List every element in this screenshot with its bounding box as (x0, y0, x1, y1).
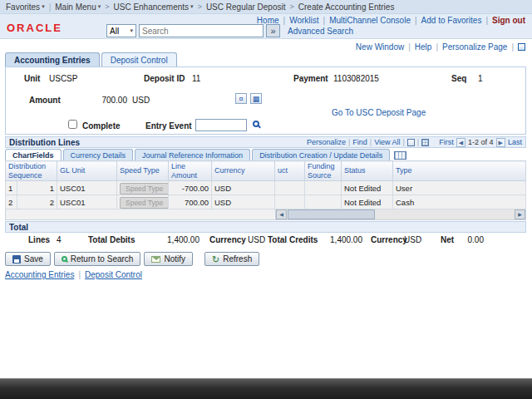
return-to-search-button[interactable]: Return to Search (54, 252, 141, 266)
column-type[interactable]: Type (393, 161, 526, 181)
distribution-lines-table: Distribution Sequence GL Unit Speed Type… (5, 160, 526, 209)
first-link[interactable]: First (439, 138, 454, 146)
currency-cell: USD (212, 181, 275, 195)
column-status[interactable]: Status (342, 161, 393, 181)
download-grid-icon[interactable] (421, 139, 429, 146)
grid-scroll-row: ◀ ▶ (5, 209, 526, 220)
prev-page-icon[interactable]: ◀ (456, 138, 466, 147)
distribution-sequence-cell: 1 (17, 181, 57, 195)
link-separator: | (417, 138, 419, 146)
unit-label: Unit (24, 74, 40, 83)
breadcrumb-usc-enhancements-label: USC Enhancements (114, 2, 190, 12)
scroll-left-icon[interactable]: ◀ (276, 209, 287, 219)
column-distribution-sequence[interactable]: Distribution Sequence (6, 161, 57, 181)
link-separator: | (511, 42, 514, 52)
personalize-link[interactable]: Personalize (307, 138, 346, 146)
breadcrumb-separator: | (49, 2, 52, 12)
zoom-grid-icon[interactable] (407, 139, 415, 146)
refresh-button[interactable]: ↻ Refresh (204, 252, 259, 266)
search-scope-select[interactable]: All ▾ (106, 24, 136, 37)
tab-deposit-control[interactable]: Deposit Control (101, 52, 177, 66)
sign-out-link[interactable]: Sign out (492, 16, 525, 25)
breadcrumb-usc-regular-deposit-label: USC Regular Deposit (206, 2, 286, 12)
tab-distribution-creation-update-details[interactable]: Distribution Creation / Update Details (252, 149, 390, 160)
tab-currency-details[interactable]: Currency Details (63, 149, 134, 160)
search-go-button[interactable]: » (266, 24, 280, 37)
column-speed-type[interactable]: Speed Type (117, 161, 169, 181)
search-input[interactable] (139, 24, 264, 37)
net-value: 0.00 (459, 235, 484, 244)
breadcrumb-create-accounting-entries[interactable]: Create Accounting Entries (298, 2, 395, 12)
column-funding-source[interactable]: Funding Source (305, 161, 342, 181)
total-credits-value: 1,400.00 (314, 235, 362, 244)
total-debits-label: Total Debits (88, 235, 135, 244)
view-all-link[interactable]: View All (374, 138, 400, 146)
table-header-row: Distribution Sequence GL Unit Speed Type… (6, 161, 526, 181)
taskbar[interactable] (0, 378, 532, 399)
find-link[interactable]: Find (352, 138, 367, 146)
chevron-down-icon: ▾ (190, 3, 194, 10)
amount-currency: USD (132, 96, 150, 105)
breadcrumb-main-menu-label: Main Menu (55, 2, 96, 12)
tab-accounting-entries[interactable]: Accounting Entries (5, 52, 100, 66)
scroll-right-icon[interactable]: ▶ (515, 209, 525, 219)
personalize-page-link[interactable]: Personalize Page (442, 42, 507, 52)
show-all-columns-icon[interactable] (394, 151, 406, 160)
page-utility-bar: New Window | Help | Personalize Page | (356, 42, 525, 52)
speed-type-cell: Speed Type (117, 181, 169, 195)
total-bar: Total (5, 221, 526, 233)
breadcrumb-chevron-icon: > (290, 2, 294, 11)
column-product-partial[interactable]: uct (275, 161, 305, 181)
page-url-icon[interactable] (518, 43, 525, 51)
breadcrumb-usc-enhancements[interactable]: USC Enhancements ▾ (114, 2, 194, 12)
chevron-down-icon: ▾ (98, 3, 101, 10)
funding-source-cell (305, 181, 342, 195)
oracle-logo: ORACLE (7, 22, 62, 34)
column-gl-unit[interactable]: GL Unit (57, 161, 117, 181)
breadcrumb-main-menu[interactable]: Main Menu ▾ (55, 2, 101, 12)
scrollbar-thumb[interactable] (288, 209, 375, 219)
link-separator: | (78, 270, 81, 279)
breadcrumb-usc-regular-deposit[interactable]: USC Regular Deposit (206, 2, 286, 12)
link-separator: | (348, 138, 350, 146)
entry-event-input[interactable] (195, 119, 247, 131)
type-cell: Cash (393, 195, 526, 209)
amount-value: 700.00 (79, 96, 127, 105)
component-tabs: Accounting Entries Deposit Control (5, 52, 177, 66)
currency-label: Currency (209, 235, 246, 244)
help-link[interactable]: Help (415, 42, 432, 52)
advanced-search-link[interactable]: Advanced Search (288, 27, 353, 36)
add-to-favorites-link[interactable]: Add to Favorites (421, 16, 482, 25)
save-icon (12, 255, 21, 264)
grid-toolbar: Personalize | Find | View All | | First … (307, 138, 525, 147)
exchange-rate-detail-icon[interactable]: ¤ (235, 93, 247, 104)
last-link[interactable]: Last (508, 138, 522, 146)
deposit-id-label: Deposit ID (144, 74, 185, 83)
go-to-usc-deposit-page-link[interactable]: Go To USC Deposit Page (332, 108, 426, 117)
display-other-currency-icon[interactable]: ▦ (250, 93, 262, 104)
speed-type-button[interactable]: Speed Type (120, 183, 169, 195)
refresh-label: Refresh (223, 254, 252, 264)
notify-icon (151, 256, 160, 263)
breadcrumb-favorites[interactable]: Favorites ▾ (6, 2, 45, 12)
complete-checkbox[interactable] (68, 120, 77, 129)
save-button[interactable]: Save (5, 252, 51, 266)
action-buttons: Save Return to Search Notify ↻ Refresh (5, 252, 259, 266)
speed-type-button[interactable]: Speed Type (120, 197, 169, 209)
product-cell (275, 195, 305, 209)
entry-event-lookup-icon[interactable] (253, 121, 259, 127)
new-window-link[interactable]: New Window (356, 42, 404, 52)
horizontal-scrollbar[interactable]: ◀ ▶ (275, 209, 525, 219)
payment-value: 1103082015 (333, 74, 379, 83)
grid-tabs: ChartFields Currency Details Journal Ref… (5, 149, 406, 160)
tab-journal-reference-information[interactable]: Journal Reference Information (135, 149, 250, 160)
speed-type-cell: Speed Type (117, 195, 169, 209)
column-line-amount[interactable]: Line Amount (169, 161, 212, 181)
tab-chartfields[interactable]: ChartFields (5, 149, 62, 160)
footer-accounting-entries-link[interactable]: Accounting Entries (5, 270, 74, 279)
notify-button[interactable]: Notify (144, 252, 193, 266)
next-page-icon[interactable]: ▶ (496, 138, 505, 147)
column-currency[interactable]: Currency (212, 161, 275, 181)
footer-deposit-control-link[interactable]: Deposit Control (85, 270, 142, 279)
entry-event-label: Entry Event (145, 121, 192, 131)
